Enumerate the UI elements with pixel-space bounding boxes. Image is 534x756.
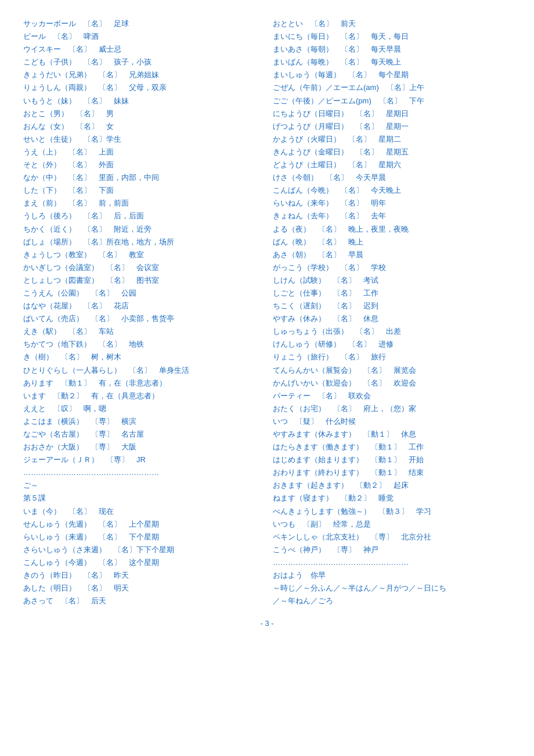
list-item: ご～: [23, 479, 261, 492]
list-item: まいしゅう（毎週） 〔名〕 每个星期: [273, 69, 511, 81]
list-item: しゅっちょう（出張） 〔名〕 出差: [273, 325, 511, 338]
list-item: まえ（前） 〔名〕 前，前面: [23, 197, 261, 210]
list-item: がっこう（学校） 〔名〕 学校: [273, 261, 511, 274]
list-item: さらいしゅう（さ来週） 〔名〕下下个星期: [23, 543, 261, 556]
list-item: せいと（生徒） 〔名〕学生: [23, 133, 261, 146]
list-item: いつ 〔疑〕 什么时候: [273, 415, 511, 428]
list-item: パーティー 〔名〕 联欢会: [273, 390, 511, 402]
list-item: ばしょ（場所） 〔名〕所在地，地方，场所: [23, 236, 261, 249]
right-column: おととい 〔名〕 前天まいにち（毎日） 〔名〕 每天，每日まいあさ（毎朝） 〔名…: [273, 17, 511, 607]
list-item: けさ（今朝） 〔名〕 今天早晨: [273, 171, 511, 184]
list-item: おとこ（男） 〔名〕 男: [23, 107, 261, 120]
list-item: ばん（晩） 〔名〕 晚上: [273, 236, 511, 249]
list-item: はたらきます（働きます） 〔動１〕 工作: [273, 441, 511, 453]
list-item: ペキンししゃ（北京支社） 〔専〕 北京分社: [273, 531, 511, 543]
list-item: てんらんかい（展覧会） 〔名〕 展览会: [273, 364, 511, 377]
list-item: やすみ（休み） 〔名〕 休息: [273, 312, 511, 325]
two-column-layout: サッカーボール 〔名〕 足球ビール 〔名〕 啤酒ウイスキー 〔名〕 威士忌こども…: [23, 17, 511, 607]
list-item: ………………………………………………: [273, 556, 511, 569]
list-item: きんようび（金曜日） 〔名〕 星期五: [273, 146, 511, 159]
list-item: き（樹） 〔名〕 树，树木: [23, 351, 261, 363]
list-item: よる（夜） 〔名〕 晚上，夜里，夜晚: [273, 223, 511, 236]
list-item: いもうと（妹） 〔名〕 妹妹: [23, 95, 261, 107]
list-item: らいねん（来年） 〔名〕 明年: [273, 197, 511, 210]
list-item: あした（明日） 〔名〕 明天: [23, 582, 261, 595]
list-item: ごご（午後）／ビーエム(pm) 〔名〕 下午: [273, 95, 511, 107]
page-container: サッカーボール 〔名〕 足球ビール 〔名〕 啤酒ウイスキー 〔名〕 威士忌こども…: [23, 17, 511, 628]
list-item: ジェーアール（ＪＲ） 〔専〕 JR: [23, 453, 261, 466]
list-item: かようび（火曜日） 〔名〕 星期二: [273, 133, 511, 146]
list-item: 第５課: [23, 492, 261, 505]
list-item: おはよう 你早: [273, 569, 511, 582]
list-item: りょこう（旅行） 〔名〕 旅行: [273, 351, 511, 363]
list-item: きょうしつ（教室） 〔名〕 教室: [23, 249, 261, 261]
list-item: おおさか（大阪） 〔専〕 大阪: [23, 441, 261, 453]
list-item: かんげいかい（歓迎会） 〔名〕 欢迎会: [273, 377, 511, 390]
list-item: ちこく（遅刻） 〔名〕 迟到: [273, 300, 511, 312]
page-number: - 3 -: [23, 619, 511, 628]
list-item: こんしゅう（今週） 〔名〕 这个星期: [23, 556, 261, 569]
list-item: しごと（仕事） 〔名〕 工作: [273, 287, 511, 300]
list-item: まいあさ（毎朝） 〔名〕 每天早晨: [273, 43, 511, 56]
list-item: ビール 〔名〕 啤酒: [23, 30, 261, 43]
list-item: こんばん（今晩） 〔名〕 今天晚上: [273, 184, 511, 197]
list-item: いつも 〔副〕 经常，总是: [273, 518, 511, 531]
list-item: きのう（昨日） 〔名〕 昨天: [23, 569, 261, 582]
list-item: なごや（名古屋） 〔専〕 名古屋: [23, 428, 261, 441]
list-item: けんしゅう（研修） 〔名〕 进修: [273, 338, 511, 351]
list-item: あさって 〔名〕 后天: [23, 595, 261, 607]
list-item: らいしゅう（来週） 〔名〕 下个星期: [23, 531, 261, 543]
list-item: げつようび（月曜日） 〔名〕 星期一: [273, 120, 511, 133]
list-item: まいにち（毎日） 〔名〕 每天，每日: [273, 30, 511, 43]
list-item: ごぜん（午前）／エーエム(am) 〔名〕上午: [273, 81, 511, 94]
list-item: かいぎしつ（会議室） 〔名〕 会议室: [23, 261, 261, 274]
list-item: よこはま（横浜） 〔専〕 横滨: [23, 415, 261, 428]
list-item: うえ（上） 〔名〕 上面: [23, 146, 261, 159]
list-item: おんな（女） 〔名〕 女: [23, 120, 261, 133]
list-item: こうえん（公園） 〔名〕 公园: [23, 287, 261, 300]
list-item: ／～年ねん／ごろ: [273, 595, 511, 607]
list-item: ………………………………………………: [23, 466, 261, 479]
list-item: ねます（寝ます） 〔動２〕 睡觉: [273, 492, 511, 505]
list-item: あります 〔動１〕 有，在（非意志者）: [23, 377, 261, 390]
list-item: きょねん（去年） 〔名〕 去年: [273, 210, 511, 222]
list-item: べんきょうします（勉強～） 〔動３〕 学习: [273, 505, 511, 518]
list-item: にちようび（日曜日） 〔名〕 星期日: [273, 107, 511, 120]
list-item: こども（子供） 〔名〕 孩子，小孩: [23, 56, 261, 69]
list-item: そと（外） 〔名〕 外面: [23, 159, 261, 171]
list-item: うしろ（後ろ） 〔名〕 后，后面: [23, 210, 261, 222]
list-item: はなや（花屋） 〔名〕 花店: [23, 300, 261, 312]
list-item: としょしつ（図書室） 〔名〕 图书室: [23, 274, 261, 287]
list-item: はじめます（始まります） 〔動１〕 开始: [273, 453, 511, 466]
list-item: ちかてつ（地下鉄） 〔名〕 地铁: [23, 338, 261, 351]
list-item: した（下） 〔名〕 下面: [23, 184, 261, 197]
list-item: ちかく（近く） 〔名〕 附近，近旁: [23, 223, 261, 236]
list-item: なか（中） 〔名〕 里面，内部，中间: [23, 171, 261, 184]
list-item: ～時じ／～分ふん／～半はん／～月がつ／～日にち: [273, 582, 511, 595]
list-item: こうべ（神戸） 〔専〕 神戸: [273, 543, 511, 556]
list-item: おわります（終わります） 〔動１〕 结束: [273, 466, 511, 479]
list-item: どようび（土曜日） 〔名〕 星期六: [273, 159, 511, 171]
list-item: きょうだい（兄弟） 〔名〕 兄弟姐妹: [23, 69, 261, 81]
list-item: いま（今） 〔名〕 现在: [23, 505, 261, 518]
list-item: りょうしん（両親） 〔名〕 父母，双亲: [23, 81, 261, 94]
list-item: ウイスキー 〔名〕 威士忌: [23, 43, 261, 56]
left-column: サッカーボール 〔名〕 足球ビール 〔名〕 啤酒ウイスキー 〔名〕 威士忌こども…: [23, 17, 261, 607]
list-item: ばいてん（売店） 〔名〕 小卖部，售货亭: [23, 312, 261, 325]
list-item: ひとりぐらし（一人暮らし） 〔名〕 单身生活: [23, 364, 261, 377]
list-item: しけん（試験） 〔名〕 考试: [273, 274, 511, 287]
list-item: おきます（起きます） 〔動２〕 起床: [273, 479, 511, 492]
list-item: せんしゅう（先週） 〔名〕 上个星期: [23, 518, 261, 531]
list-item: まいばん（毎晩） 〔名〕 每天晚上: [273, 56, 511, 69]
list-item: あさ（朝） 〔名〕 早晨: [273, 249, 511, 261]
list-item: ええと 〔叹〕 啊，嗯: [23, 402, 261, 415]
list-item: えき（駅） 〔名〕 车站: [23, 325, 261, 338]
list-item: サッカーボール 〔名〕 足球: [23, 17, 261, 30]
list-item: やすみます（休みます） 〔動１〕 休息: [273, 428, 511, 441]
list-item: おととい 〔名〕 前天: [273, 17, 511, 30]
list-item: おたく（お宅） 〔名〕 府上，（您）家: [273, 402, 511, 415]
list-item: います 〔動２〕 有，在（具意志者）: [23, 390, 261, 402]
